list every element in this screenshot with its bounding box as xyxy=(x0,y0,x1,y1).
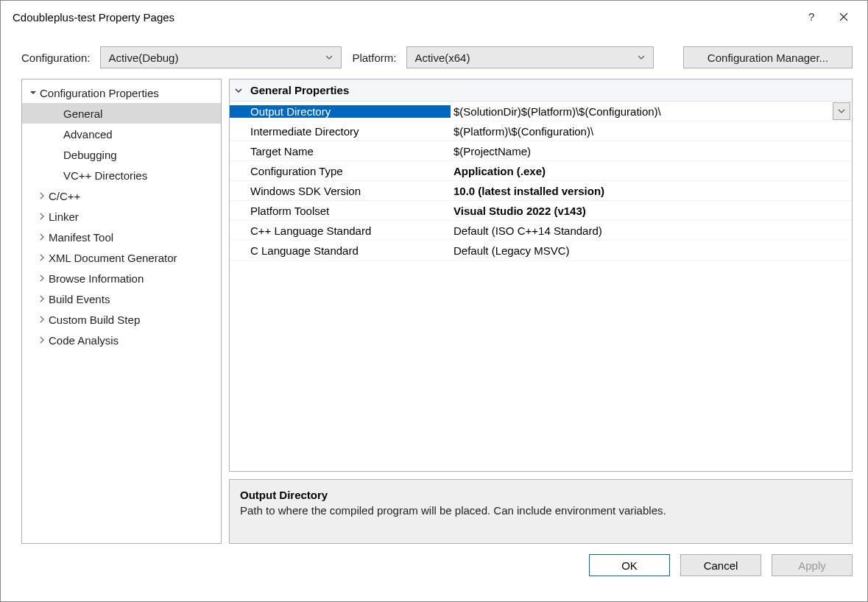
collapsed-icon xyxy=(35,295,49,302)
tree-item[interactable]: Linker xyxy=(22,206,221,227)
property-value[interactable]: $(SolutionDir)$(Platform)\$(Configuratio… xyxy=(451,105,833,118)
description-panel: Output Directory Path to where the compi… xyxy=(229,479,853,544)
property-row[interactable]: Configuration TypeApplication (.exe) xyxy=(230,161,852,181)
titlebar: Cdoubleplus-test Property Pages ? xyxy=(1,1,867,33)
property-name: Output Directory xyxy=(230,105,451,118)
collapsed-icon xyxy=(35,213,49,220)
window-title: Cdoubleplus-test Property Pages xyxy=(13,11,174,24)
collapsed-icon xyxy=(35,336,49,344)
collapsed-icon xyxy=(35,233,49,241)
tree-item-label: Custom Build Step xyxy=(49,314,140,326)
expanded-icon xyxy=(27,89,40,96)
category-tree[interactable]: Configuration Properties GeneralAdvanced… xyxy=(21,79,222,544)
tree-item[interactable]: XML Document Generator xyxy=(22,247,221,268)
platform-label: Platform: xyxy=(352,52,396,64)
property-value[interactable]: Visual Studio 2022 (v143) xyxy=(451,205,852,217)
tree-item-label: Debugging xyxy=(63,149,117,161)
property-row[interactable]: Intermediate Directory$(Platform)\$(Conf… xyxy=(230,121,852,141)
tree-item-label: Advanced xyxy=(63,128,113,141)
property-row[interactable]: C Language StandardDefault (Legacy MSVC) xyxy=(230,241,852,261)
configuration-value: Active(Debug) xyxy=(108,52,325,64)
tree-item[interactable]: Advanced xyxy=(22,124,221,144)
platform-combo[interactable]: Active(x64) xyxy=(406,46,654,68)
collapse-icon xyxy=(234,86,250,95)
tree-item[interactable]: C/C++ xyxy=(22,185,221,206)
configuration-combo[interactable]: Active(Debug) xyxy=(100,46,342,68)
tree-item-label: Linker xyxy=(49,210,79,223)
property-name: C Language Standard xyxy=(230,244,451,257)
property-name: Platform Toolset xyxy=(230,205,451,217)
collapsed-icon xyxy=(35,316,49,323)
tree-root[interactable]: Configuration Properties xyxy=(22,82,221,103)
tree-item[interactable]: General xyxy=(22,103,221,124)
configuration-label: Configuration: xyxy=(21,52,90,64)
chevron-down-icon xyxy=(637,55,646,60)
grid-group-title: General Properties xyxy=(250,84,349,96)
tree-item-label: C/C++ xyxy=(49,190,80,202)
property-row[interactable]: Platform ToolsetVisual Studio 2022 (v143… xyxy=(230,201,852,221)
tree-item[interactable]: Custom Build Step xyxy=(22,309,221,330)
property-value[interactable]: Default (ISO C++14 Standard) xyxy=(451,224,852,237)
chevron-down-icon xyxy=(325,55,334,60)
tree-item-label: Code Analysis xyxy=(49,334,119,347)
tree-item[interactable]: Browse Information xyxy=(22,268,221,288)
collapsed-icon xyxy=(35,275,49,282)
property-value[interactable]: $(ProjectName) xyxy=(451,145,852,157)
property-value[interactable]: Application (.exe) xyxy=(451,165,852,177)
property-row[interactable]: Output Directory$(SolutionDir)$(Platform… xyxy=(230,102,852,121)
property-value[interactable]: 10.0 (latest installed version) xyxy=(451,185,852,197)
property-value[interactable]: Default (Legacy MSVC) xyxy=(451,244,852,257)
grid-group-header[interactable]: General Properties xyxy=(230,79,852,102)
svg-text:?: ? xyxy=(808,11,814,23)
tree-item[interactable]: Manifest Tool xyxy=(22,227,221,247)
property-name: C++ Language Standard xyxy=(230,224,451,237)
property-row[interactable]: C++ Language StandardDefault (ISO C++14 … xyxy=(230,221,852,241)
property-value[interactable]: $(Platform)\$(Configuration)\ xyxy=(451,125,852,138)
dialog-footer: OK Cancel Apply xyxy=(1,544,867,576)
collapsed-icon xyxy=(35,254,49,261)
collapsed-icon xyxy=(35,192,49,199)
apply-button[interactable]: Apply xyxy=(772,554,853,576)
property-name: Target Name xyxy=(230,145,451,157)
property-name: Windows SDK Version xyxy=(230,185,451,197)
close-button[interactable] xyxy=(828,5,860,29)
tree-item[interactable]: VC++ Directories xyxy=(22,165,221,185)
platform-value: Active(x64) xyxy=(414,52,637,64)
cancel-button[interactable]: Cancel xyxy=(680,554,761,576)
tree-item-label: VC++ Directories xyxy=(63,169,147,182)
description-text: Path to where the compiled program will … xyxy=(240,504,841,517)
tree-item[interactable]: Build Events xyxy=(22,288,221,309)
tree-item[interactable]: Code Analysis xyxy=(22,330,221,350)
tree-item-label: Manifest Tool xyxy=(49,231,113,244)
property-name: Configuration Type xyxy=(230,165,451,177)
property-grid: General Properties Output Directory$(Sol… xyxy=(229,79,853,472)
help-button[interactable]: ? xyxy=(795,5,828,29)
tree-item-label: Browse Information xyxy=(49,272,144,285)
tree-item[interactable]: Debugging xyxy=(22,144,221,165)
property-row[interactable]: Windows SDK Version10.0 (latest installe… xyxy=(230,181,852,201)
config-row: Configuration: Active(Debug) Platform: A… xyxy=(1,33,867,79)
property-name: Intermediate Directory xyxy=(230,125,451,138)
property-row[interactable]: Target Name$(ProjectName) xyxy=(230,141,852,161)
tree-item-label: XML Document Generator xyxy=(49,252,177,264)
ok-button[interactable]: OK xyxy=(589,554,670,576)
configuration-manager-button[interactable]: Configuration Manager... xyxy=(683,46,853,68)
dropdown-button[interactable] xyxy=(833,102,850,120)
tree-item-label: Build Events xyxy=(49,293,110,305)
tree-item-label: General xyxy=(63,107,102,120)
description-title: Output Directory xyxy=(240,489,841,501)
